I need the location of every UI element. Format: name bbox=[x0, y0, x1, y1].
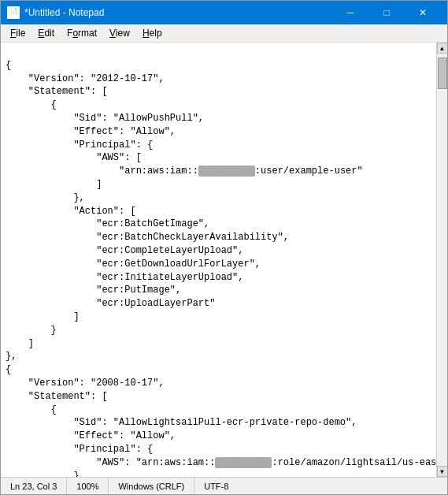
scroll-track[interactable] bbox=[437, 54, 448, 466]
zoom-level: 100% bbox=[67, 478, 109, 494]
menu-format[interactable]: Format bbox=[61, 26, 103, 40]
window-title: *Untitled - Notepad bbox=[24, 7, 104, 18]
line-endings: Windows (CRLF) bbox=[109, 478, 194, 494]
editor-area: { "Version": "2012-10-17", "Statement": … bbox=[1, 43, 447, 477]
menu-edit[interactable]: Edit bbox=[31, 26, 61, 40]
menu-view[interactable]: View bbox=[103, 26, 136, 40]
cursor-position: Ln 23, Col 3 bbox=[1, 478, 67, 494]
app-icon: 📄 bbox=[7, 6, 20, 19]
encoding: UTF-8 bbox=[194, 478, 238, 494]
title-bar-left: 📄 *Untitled - Notepad bbox=[7, 6, 104, 19]
scroll-thumb[interactable] bbox=[438, 58, 447, 89]
menu-help[interactable]: Help bbox=[136, 26, 168, 40]
scroll-up-button[interactable]: ▲ bbox=[437, 43, 448, 54]
text-editor[interactable]: { "Version": "2012-10-17", "Statement": … bbox=[1, 43, 436, 477]
status-bar: Ln 23, Col 3 100% Windows (CRLF) UTF-8 bbox=[1, 477, 447, 494]
maximize-button[interactable]: □ bbox=[368, 1, 405, 24]
title-bar-controls: ─ □ ✕ bbox=[332, 1, 441, 24]
menu-bar: File Edit Format View Help bbox=[1, 24, 447, 43]
vertical-scrollbar[interactable]: ▲ ▼ bbox=[436, 43, 447, 477]
menu-file[interactable]: File bbox=[4, 26, 31, 40]
scroll-down-button[interactable]: ▼ bbox=[437, 466, 448, 477]
close-button[interactable]: ✕ bbox=[405, 1, 441, 24]
minimize-button[interactable]: ─ bbox=[332, 1, 368, 24]
notepad-window: 📄 *Untitled - Notepad ─ □ ✕ File Edit Fo… bbox=[0, 0, 448, 495]
title-bar: 📄 *Untitled - Notepad ─ □ ✕ bbox=[1, 1, 447, 24]
